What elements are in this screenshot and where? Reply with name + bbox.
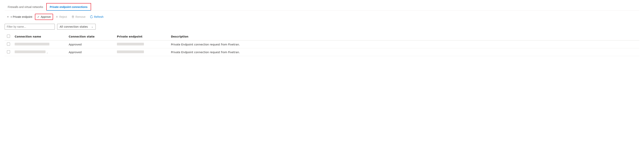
row-2-checkbox[interactable]: [7, 50, 10, 53]
approve-button[interactable]: ✓ Approve: [35, 14, 53, 20]
row-1-connection-name: [12, 40, 66, 48]
tab-firewalls[interactable]: Firewalls and virtual networks: [5, 4, 46, 11]
col-header-description: Description: [168, 33, 639, 40]
select-all-header[interactable]: [5, 33, 12, 40]
tab-private-endpoints[interactable]: Private endpoint connections: [46, 3, 91, 11]
trash-icon: [72, 16, 74, 18]
row-2-connection-name: .: [12, 48, 66, 56]
row-1-checkbox[interactable]: [7, 43, 10, 46]
select-all-checkbox[interactable]: [7, 35, 10, 38]
row-1-private-endpoint: [114, 40, 168, 48]
remove-button[interactable]: Remove: [70, 14, 88, 20]
plus-icon: ＋: [6, 15, 9, 19]
toolbar: ＋ + Private endpoint ✓ Approve ✕ Reject …: [5, 14, 639, 20]
table-row: . Approved Private Endpoint connection r…: [5, 48, 639, 56]
checkmark-icon: ✓: [37, 15, 40, 18]
redacted-private-endpoint-1: [117, 43, 144, 45]
remove-label: Remove: [76, 15, 86, 18]
row-2-select-cell[interactable]: [5, 48, 12, 56]
filter-by-name-input[interactable]: [5, 24, 55, 30]
add-private-endpoint-button[interactable]: ＋ + Private endpoint: [5, 14, 34, 20]
refresh-label: Refresh: [94, 15, 104, 18]
page-container: Firewalls and virtual networks Private e…: [0, 0, 644, 59]
row-1-connection-state: Approved: [66, 40, 114, 48]
tab-bar: Firewalls and virtual networks Private e…: [5, 3, 639, 11]
chevron-down-icon: ⌄: [91, 25, 93, 28]
redacted-connection-name-1: [15, 43, 50, 45]
close-icon: ✕: [56, 15, 58, 18]
table-row: Approved Private Endpoint connection req…: [5, 40, 639, 48]
table-header-row: Connection name Connection state Private…: [5, 33, 639, 40]
reject-button[interactable]: ✕ Reject: [54, 14, 69, 20]
row-1-description: Private Endpoint connection request from…: [168, 40, 639, 48]
refresh-icon: [90, 16, 93, 18]
svg-rect-1: [72, 16, 74, 16]
col-header-private-endpoint: Private endpoint: [114, 33, 168, 40]
col-header-connection-name: Connection name: [12, 33, 66, 40]
redacted-private-endpoint-2: [117, 50, 144, 53]
approve-label: Approve: [41, 15, 51, 18]
row-1-select-cell[interactable]: [5, 40, 12, 48]
dropdown-label: All connection states: [60, 25, 88, 28]
connections-table: Connection name Connection state Private…: [5, 33, 639, 56]
row-2-connection-state: Approved: [66, 48, 114, 56]
add-label: + Private endpoint: [10, 15, 32, 18]
col-header-connection-state: Connection state: [66, 33, 114, 40]
connection-state-dropdown[interactable]: All connection states ⌄: [57, 24, 96, 30]
filter-row: All connection states ⌄: [5, 24, 639, 30]
redacted-connection-name-2: [15, 50, 46, 53]
refresh-button[interactable]: Refresh: [88, 14, 105, 20]
row-2-connection-name-dot: .: [47, 51, 48, 54]
row-2-private-endpoint: [114, 48, 168, 56]
reject-label: Reject: [59, 15, 67, 18]
row-2-description: Private Endpoint connection request from…: [168, 48, 639, 56]
